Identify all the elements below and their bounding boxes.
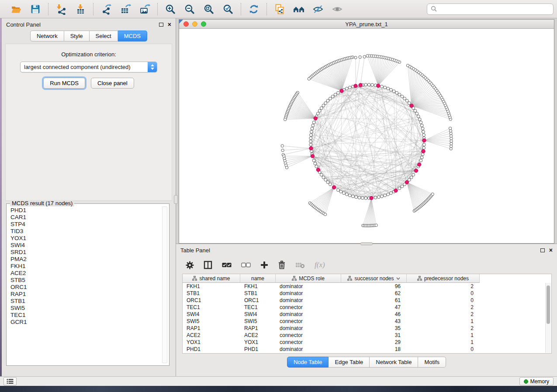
- zoom-in-button[interactable]: [164, 3, 177, 16]
- add-column-button[interactable]: [260, 261, 268, 269]
- zoom-selected-button[interactable]: [221, 3, 235, 16]
- float-panel-icon[interactable]: [159, 23, 163, 27]
- mcds-hub-node[interactable]: [332, 186, 336, 189]
- float-panel-icon[interactable]: [540, 248, 545, 252]
- delete-table-button[interactable]: [295, 261, 305, 268]
- memory-button[interactable]: Memory: [519, 377, 554, 385]
- mcds-hub-node[interactable]: [354, 84, 357, 88]
- import-network-button[interactable]: [55, 3, 68, 16]
- select-all-button[interactable]: [222, 262, 232, 268]
- open-session-button[interactable]: [10, 3, 23, 16]
- table-row[interactable]: RAP1RAP1dominator352: [183, 325, 480, 332]
- export-network-button[interactable]: [100, 3, 113, 16]
- mcds-hub-node[interactable]: [422, 149, 425, 153]
- tab-style[interactable]: Style: [64, 31, 90, 41]
- close-panel-icon[interactable]: ×: [549, 247, 553, 253]
- table-row[interactable]: ACE2ACE2connector311: [183, 332, 480, 339]
- network-window-titlebar[interactable]: YPA_prune.txt_1: [179, 20, 554, 29]
- table-row[interactable]: PHD1PHD1dominator180: [183, 346, 480, 353]
- mcds-hub-node[interactable]: [410, 104, 413, 107]
- close-panel-button[interactable]: Close panel: [91, 78, 134, 89]
- mcds-result-item[interactable]: ACE2: [10, 270, 162, 277]
- mcds-hub-node[interactable]: [377, 84, 380, 87]
- mcds-hub-node[interactable]: [309, 147, 313, 150]
- mcds-hub-node[interactable]: [359, 83, 362, 87]
- delete-column-button[interactable]: [278, 261, 286, 269]
- column-header-name[interactable]: name: [240, 274, 276, 282]
- vertical-splitter-handle[interactable]: [174, 195, 178, 204]
- mcds-result-item[interactable]: TID3: [10, 228, 162, 235]
- tab-node-table[interactable]: Node Table: [287, 357, 329, 368]
- mcds-result-item[interactable]: TEC1: [10, 312, 162, 319]
- tab-select[interactable]: Select: [90, 31, 118, 41]
- mcds-hub-node[interactable]: [422, 139, 426, 142]
- zoom-out-button[interactable]: [183, 3, 196, 16]
- table-scrollbar[interactable]: [545, 283, 551, 353]
- tab-motifs[interactable]: Motifs: [418, 357, 446, 368]
- hide-selected-button[interactable]: [311, 3, 325, 16]
- show-all-button[interactable]: [331, 3, 344, 16]
- table-row[interactable]: SWI4SWI4dominator462: [183, 311, 480, 318]
- mcds-result-list[interactable]: PHD1CAR1STP4TID3YOX1SWI4SRD1PMA2FKH1ACE2…: [9, 207, 162, 363]
- optimization-criterion-select[interactable]: largest connected component (undirected): [20, 62, 157, 72]
- mcds-result-item[interactable]: STB1: [10, 298, 162, 305]
- mcds-result-item[interactable]: FKH1: [10, 263, 162, 270]
- mcds-result-item[interactable]: SWI4: [10, 242, 162, 249]
- table-row[interactable]: FKH1FKH1dominator962: [183, 283, 480, 290]
- mcds-result-item[interactable]: PMA2: [10, 256, 162, 263]
- mcds-result-item[interactable]: PHD1: [10, 207, 162, 214]
- column-header-predecessor-nodes[interactable]: predecessor nodes: [407, 274, 480, 282]
- deselect-all-button[interactable]: [241, 262, 251, 268]
- table-scrollbar-thumb[interactable]: [547, 285, 550, 324]
- tab-mcds[interactable]: MCDS: [118, 31, 147, 41]
- mcds-result-item[interactable]: YOX1: [10, 235, 162, 242]
- tab-edge-table[interactable]: Edge Table: [329, 357, 370, 368]
- column-header-shared-name[interactable]: shared name: [183, 274, 240, 282]
- search-input[interactable]: [437, 6, 550, 12]
- panel-splitter-grip[interactable]: [360, 242, 373, 245]
- column-header-MCDS-role[interactable]: MCDS role: [276, 274, 341, 282]
- table-row[interactable]: TEC1TEC1connector472: [183, 304, 480, 311]
- mcds-hub-node[interactable]: [316, 168, 320, 172]
- search-field[interactable]: [427, 3, 554, 15]
- mcds-hub-node[interactable]: [418, 163, 421, 166]
- tab-network[interactable]: Network: [30, 31, 64, 41]
- mcds-hub-node[interactable]: [340, 89, 343, 93]
- import-table-button[interactable]: [74, 3, 87, 16]
- table-row[interactable]: STB1STB1dominator620: [183, 290, 480, 297]
- first-neighbors-button[interactable]: [292, 3, 305, 16]
- mcds-hub-node[interactable]: [314, 117, 317, 120]
- run-mcds-button[interactable]: Run MCDS: [43, 78, 85, 89]
- export-image-button[interactable]: [138, 3, 151, 16]
- network-view-canvas[interactable]: [179, 29, 554, 243]
- new-network-from-selection-button[interactable]: [273, 3, 286, 16]
- save-session-button[interactable]: [29, 3, 42, 16]
- table-row[interactable]: SWI5SWI5connector431: [183, 318, 480, 325]
- tab-network-table[interactable]: Network Table: [370, 357, 418, 368]
- close-panel-icon[interactable]: ×: [168, 21, 171, 28]
- task-history-button[interactable]: [3, 377, 17, 385]
- mcds-result-item[interactable]: STB5: [10, 277, 162, 284]
- table-row[interactable]: ORC1ORC1dominator610: [183, 297, 480, 304]
- table-row[interactable]: YOX1YOX1connector291: [183, 339, 480, 346]
- function-builder-button[interactable]: f(x): [315, 261, 325, 269]
- mcds-hub-node[interactable]: [311, 154, 314, 158]
- export-table-button[interactable]: [119, 3, 132, 16]
- mcds-result-item[interactable]: STP4: [10, 221, 162, 228]
- table-settings-button[interactable]: [186, 261, 194, 269]
- mcds-result-item[interactable]: SRD1: [10, 249, 162, 256]
- mcds-result-item[interactable]: ORC1: [10, 284, 162, 291]
- mcds-hub-node[interactable]: [405, 180, 408, 184]
- zoom-fit-button[interactable]: [202, 3, 215, 16]
- mcds-result-item[interactable]: RAP1: [10, 291, 162, 298]
- mcds-list-scrollbar[interactable]: [162, 206, 167, 363]
- column-header-successor-nodes[interactable]: successor nodes: [341, 274, 407, 282]
- mcds-hub-node[interactable]: [414, 169, 418, 172]
- mcds-result-item[interactable]: CAR1: [10, 214, 162, 221]
- mcds-result-item[interactable]: GCR1: [10, 319, 162, 326]
- mcds-hub-node[interactable]: [370, 196, 373, 199]
- show-columns-button[interactable]: [204, 261, 212, 269]
- mcds-result-item[interactable]: SWI5: [10, 305, 162, 312]
- apply-layout-button[interactable]: [247, 3, 260, 16]
- mcds-hub-node[interactable]: [394, 189, 398, 192]
